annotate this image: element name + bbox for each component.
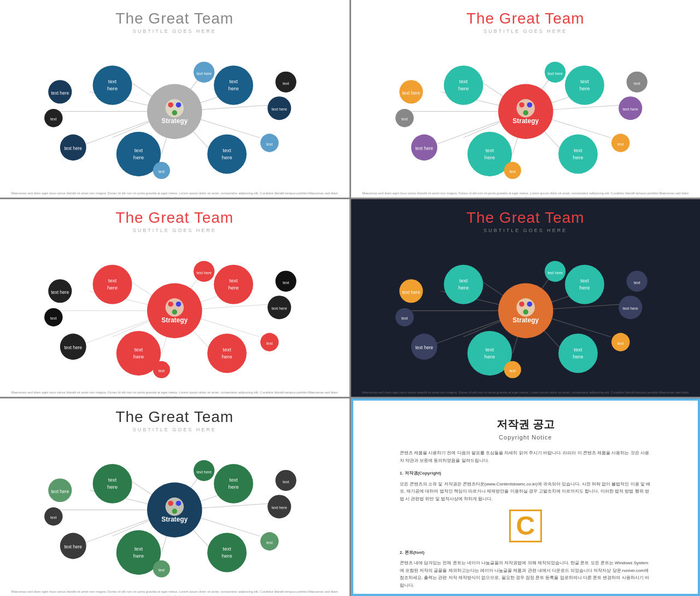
slide-5-title: The Great Team xyxy=(115,408,234,426)
copyright-body: 콘텐츠 제품을 사용하기 전에 다음의 발표를 조심들을 자세히 읽어 주시기 … xyxy=(400,449,651,596)
section2-title: 2. 폰트(font) xyxy=(400,550,424,555)
slide-4: The Great Team SUBTITLE GOES HERE xyxy=(351,199,701,397)
slide-1-body: Maecenas sed diam eget risus varius blan… xyxy=(0,189,349,198)
svg-text:here: here xyxy=(579,85,590,91)
svg-point-104 xyxy=(176,302,182,307)
svg-text:text: text xyxy=(633,281,640,285)
svg-text:text: text xyxy=(229,477,238,483)
svg-text:Strategy: Strategy xyxy=(161,516,188,523)
svg-text:text: text xyxy=(401,316,408,321)
svg-text:text: text xyxy=(159,170,165,174)
svg-text:text: text xyxy=(633,82,640,86)
svg-text:text: text xyxy=(574,346,582,352)
svg-point-60 xyxy=(523,110,528,115)
slide-1-subtitle: SUBTITLE GOES HERE xyxy=(133,28,217,34)
svg-text:text here: text here xyxy=(402,290,420,295)
svg-text:here: here xyxy=(107,85,118,91)
svg-text:text here: text here xyxy=(402,90,420,96)
svg-text:text here: text here xyxy=(272,306,287,311)
svg-text:text here: text here xyxy=(272,107,287,112)
svg-point-194 xyxy=(176,501,182,506)
svg-point-150 xyxy=(523,309,528,315)
slide-4-body: Maecenas sed diam eget risus varius blan… xyxy=(351,388,701,397)
svg-text:here: here xyxy=(228,85,238,91)
svg-text:text: text xyxy=(617,342,624,346)
svg-text:here: here xyxy=(579,285,590,291)
section1-title: 1. 저작권(Copyright) xyxy=(400,471,441,476)
svg-text:here: here xyxy=(458,85,468,91)
svg-text:text here: text here xyxy=(196,72,212,76)
svg-text:Strategy: Strategy xyxy=(161,316,188,324)
svg-text:text here: text here xyxy=(64,146,82,151)
svg-text:text here: text here xyxy=(272,506,287,510)
svg-text:here: here xyxy=(221,553,232,559)
svg-text:text: text xyxy=(159,568,165,572)
svg-text:text: text xyxy=(283,82,289,86)
svg-text:here: here xyxy=(484,154,494,160)
svg-text:here: here xyxy=(573,154,583,160)
slide-3-title: The Great Team xyxy=(115,209,234,227)
svg-text:text: text xyxy=(485,346,494,352)
svg-text:text here: text here xyxy=(196,271,212,275)
svg-text:text: text xyxy=(283,281,289,285)
svg-text:text here: text here xyxy=(622,306,638,311)
svg-point-59 xyxy=(527,102,532,108)
svg-text:text: text xyxy=(108,477,117,483)
svg-point-149 xyxy=(527,302,532,307)
svg-text:text: text xyxy=(108,78,117,84)
slide-3-body: Maecenas sed diam eget risus varius blan… xyxy=(0,388,349,397)
svg-text:text here: text here xyxy=(622,107,638,112)
svg-text:here: here xyxy=(107,484,118,490)
svg-text:text here: text here xyxy=(415,345,433,350)
svg-point-58 xyxy=(519,102,524,108)
svg-text:text: text xyxy=(135,147,143,153)
copyright-title-kr: 저작권 공고 xyxy=(497,417,555,432)
slide-4-subtitle: SUBTITLE GOES HERE xyxy=(483,228,567,233)
svg-text:here: here xyxy=(484,354,494,360)
svg-text:text: text xyxy=(135,546,143,552)
svg-text:here: here xyxy=(228,484,238,490)
svg-text:text: text xyxy=(229,277,238,283)
svg-point-105 xyxy=(172,309,177,315)
slide-4-title: The Great Team xyxy=(466,209,585,227)
svg-text:text: text xyxy=(223,546,231,552)
svg-text:here: here xyxy=(458,285,468,291)
slide-3-subtitle: SUBTITLE GOES HERE xyxy=(133,228,217,233)
slide-2-title: The Great Team xyxy=(466,10,585,27)
svg-text:text: text xyxy=(223,147,231,153)
svg-text:text: text xyxy=(459,78,468,84)
svg-text:text: text xyxy=(108,277,117,283)
copyright-logo: C xyxy=(509,510,542,542)
slide-3: The Great Team SUBTITLE GOES HERE xyxy=(0,199,349,397)
slide-1-title: The Great Team xyxy=(115,10,234,27)
svg-text:text: text xyxy=(283,480,289,484)
svg-point-13 xyxy=(168,102,173,108)
svg-text:text: text xyxy=(50,117,57,121)
svg-text:here: here xyxy=(133,354,144,360)
svg-text:here: here xyxy=(221,154,232,160)
svg-text:text: text xyxy=(580,277,589,283)
slide-1: The Great Team SUBTITLE GOES HERE xyxy=(0,0,349,198)
svg-text:text: text xyxy=(401,117,408,121)
svg-text:text: text xyxy=(223,346,231,352)
svg-text:text here: text here xyxy=(547,72,563,76)
slide-5-subtitle: SUBTITLE GOES HERE xyxy=(133,427,217,432)
section2-body: 콘텐츠 내에 담겨있는 전체 폰트는 네이아 나눔글꼴의 저작권법에 의해 제작… xyxy=(400,559,651,589)
svg-text:text: text xyxy=(509,369,516,373)
svg-point-14 xyxy=(176,102,182,108)
slide-5-body: Maecenas sed diam eget risus varius blan… xyxy=(0,587,349,596)
slide-2-body: Maecenas sed diam eget risus varius blan… xyxy=(351,189,701,198)
svg-point-195 xyxy=(172,508,177,514)
svg-point-15 xyxy=(172,110,177,115)
svg-text:text: text xyxy=(50,516,57,520)
svg-point-193 xyxy=(168,501,173,506)
svg-text:text: text xyxy=(580,78,589,84)
svg-text:text here: text here xyxy=(51,489,69,494)
svg-text:text here: text here xyxy=(547,271,563,275)
svg-text:Strategy: Strategy xyxy=(512,316,539,324)
svg-text:text: text xyxy=(50,316,57,321)
svg-text:text: text xyxy=(229,78,238,84)
svg-text:text here: text here xyxy=(64,345,82,350)
svg-text:here: here xyxy=(228,285,238,291)
svg-text:text here: text here xyxy=(51,90,69,96)
